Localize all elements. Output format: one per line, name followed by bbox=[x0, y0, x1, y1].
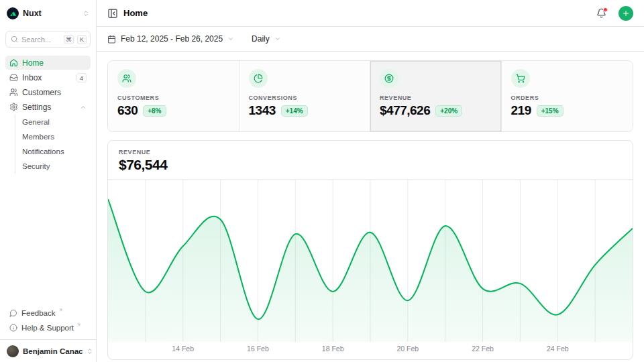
chart-pie-icon bbox=[249, 69, 268, 88]
main-area: Home Feb 12, 2025 - Feb 26, 2025 Daily bbox=[97, 0, 644, 362]
user-avatar bbox=[7, 345, 19, 357]
gear-icon bbox=[9, 103, 18, 111]
x-axis-tick: 18 Feb bbox=[322, 345, 344, 353]
stat-value: 630 bbox=[117, 103, 138, 118]
stats-row: CUSTOMERS 630 +8% CONVERSIONS 1343 +14% bbox=[107, 60, 633, 132]
chevron-up-icon bbox=[80, 104, 87, 111]
users-icon bbox=[117, 69, 136, 88]
chart-header: REVENUE $76,544 bbox=[108, 141, 633, 180]
stat-label: REVENUE bbox=[380, 95, 492, 101]
content-area: CUSTOMERS 630 +8% CONVERSIONS 1343 +14% bbox=[97, 52, 644, 362]
sidebar-item-members[interactable]: Members bbox=[22, 129, 91, 144]
stat-value: 1343 bbox=[249, 103, 276, 118]
x-axis: 14 Feb16 Feb18 Feb20 Feb22 Feb24 Feb bbox=[108, 342, 633, 355]
stat-delta-badge: +14% bbox=[281, 105, 308, 117]
calendar-icon bbox=[107, 35, 116, 44]
sidebar-item-home[interactable]: Home bbox=[5, 56, 91, 70]
stat-card-orders[interactable]: ORDERS 219 +15% bbox=[502, 61, 633, 131]
external-link-icon bbox=[58, 308, 63, 312]
search-input[interactable]: Search... ⌘ K bbox=[5, 31, 91, 48]
search-icon bbox=[11, 36, 18, 43]
sidebar-item-inbox[interactable]: Inbox 4 bbox=[5, 70, 91, 84]
chart-label: REVENUE bbox=[119, 149, 622, 156]
filters-toolbar: Feb 12, 2025 - Feb 26, 2025 Daily bbox=[97, 27, 644, 52]
stat-card-customers[interactable]: CUSTOMERS 630 +8% bbox=[108, 61, 239, 131]
stat-label: ORDERS bbox=[511, 95, 624, 101]
collapse-sidebar-button[interactable] bbox=[107, 8, 118, 19]
stat-label: CUSTOMERS bbox=[117, 95, 229, 101]
user-name: Benjamin Canac bbox=[23, 347, 83, 355]
stat-value: 219 bbox=[511, 103, 531, 118]
chart-value: $76,544 bbox=[119, 157, 622, 173]
chevron-down-icon bbox=[274, 36, 281, 42]
date-range-picker[interactable]: Feb 12, 2025 - Feb 26, 2025 bbox=[107, 34, 234, 44]
dashboard-app: Nuxt Search... ⌘ K Home bbox=[0, 0, 644, 362]
chevron-down-icon bbox=[227, 36, 234, 42]
stat-delta-badge: +15% bbox=[537, 105, 564, 117]
user-menu[interactable]: Benjamin Canac bbox=[0, 339, 96, 362]
sidebar-item-security[interactable]: Security bbox=[22, 159, 91, 174]
add-button[interactable] bbox=[619, 6, 633, 21]
kbd-meta: ⌘ bbox=[64, 35, 74, 44]
sidebar-footer: Feedback Help & Support bbox=[0, 306, 96, 339]
inbox-count-badge: 4 bbox=[76, 73, 87, 82]
chevrons-up-down-icon bbox=[87, 348, 93, 355]
users-icon bbox=[9, 88, 18, 97]
revenue-area-chart[interactable] bbox=[108, 180, 633, 342]
nuxt-logo-icon bbox=[7, 7, 19, 19]
stat-delta-badge: +8% bbox=[143, 105, 166, 117]
notifications-button[interactable] bbox=[596, 8, 606, 18]
stat-card-revenue[interactable]: REVENUE $477,626 +20% bbox=[370, 61, 502, 131]
page-title: Home bbox=[123, 8, 591, 18]
sidebar-item-notifications[interactable]: Notifications bbox=[22, 144, 91, 159]
inbox-icon bbox=[9, 73, 18, 82]
chevrons-up-down-icon bbox=[83, 10, 89, 17]
revenue-chart-card: REVENUE $76,544 14 Feb16 Feb18 Feb20 Feb… bbox=[107, 140, 633, 360]
message-circle-icon bbox=[9, 309, 17, 317]
kbd-k: K bbox=[77, 35, 87, 44]
help-support-link[interactable]: Help & Support bbox=[5, 320, 91, 335]
info-circle-icon bbox=[9, 324, 17, 332]
stat-label: CONVERSIONS bbox=[249, 95, 361, 101]
workspace-switcher[interactable]: Nuxt bbox=[0, 0, 96, 27]
stat-delta-badge: +20% bbox=[435, 105, 462, 117]
sidebar-item-customers[interactable]: Customers bbox=[5, 85, 91, 99]
sidebar-nav: Home Inbox 4 Customers Settings bbox=[0, 50, 96, 174]
shopping-cart-icon bbox=[511, 69, 530, 88]
sidebar-item-general[interactable]: General bbox=[22, 115, 91, 129]
stat-card-conversions[interactable]: CONVERSIONS 1343 +14% bbox=[239, 61, 371, 131]
home-icon bbox=[9, 58, 18, 67]
sidebar-spacer bbox=[0, 174, 96, 306]
feedback-link[interactable]: Feedback bbox=[5, 306, 91, 320]
workspace-name: Nuxt bbox=[23, 9, 78, 18]
x-axis-tick: 20 Feb bbox=[396, 345, 419, 353]
x-axis-tick: 24 Feb bbox=[547, 345, 569, 353]
sidebar: Nuxt Search... ⌘ K Home bbox=[0, 0, 97, 362]
sidebar-item-settings[interactable]: Settings bbox=[5, 100, 91, 114]
x-axis-tick: 14 Feb bbox=[172, 345, 194, 353]
search-placeholder: Search... bbox=[21, 36, 60, 44]
settings-submenu: General Members Notifications Security bbox=[15, 115, 91, 174]
page-header: Home bbox=[97, 0, 644, 27]
notification-dot bbox=[603, 7, 608, 12]
stat-value: $477,626 bbox=[380, 103, 430, 118]
circle-dollar-icon bbox=[380, 69, 398, 88]
x-axis-tick: 22 Feb bbox=[472, 345, 494, 353]
period-select[interactable]: Daily bbox=[252, 34, 281, 44]
x-axis-tick: 16 Feb bbox=[247, 345, 269, 353]
external-link-icon bbox=[76, 322, 81, 327]
